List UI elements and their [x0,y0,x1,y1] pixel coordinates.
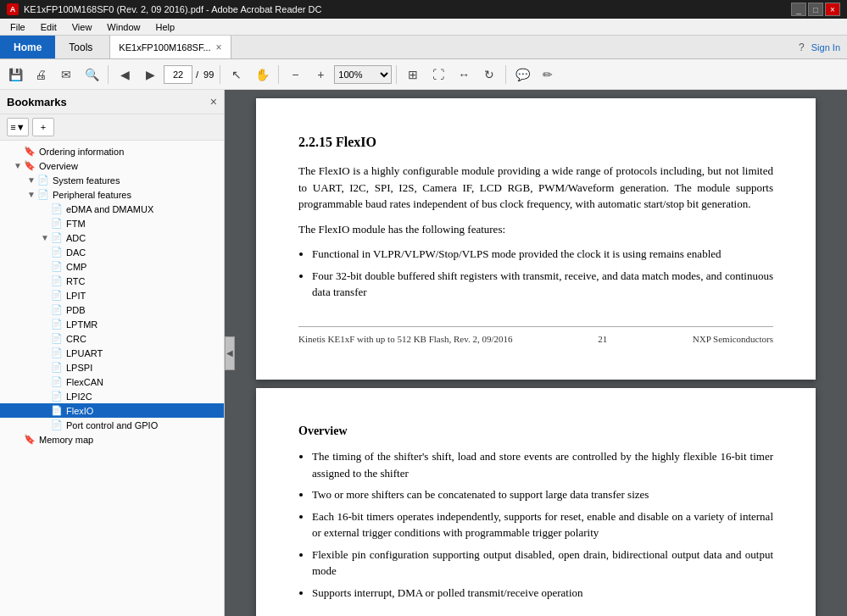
menu-bar: File Edit View Window Help [0,19,847,36]
sidebar-item-lpi2c[interactable]: 📄LPI2C [0,389,224,403]
pdf-scroll-area[interactable]: 2.2.15 FlexIO The FlexIO is a highly con… [225,90,847,616]
bookmark-icon-dac: 📄 [51,247,64,258]
footer-right: NXP Semiconductors [693,334,773,344]
bookmark-icon-ftm: 📄 [51,218,64,229]
sidebar-item-peripheral-features[interactable]: ▼📄Peripheral features [0,187,224,202]
menu-window[interactable]: Window [100,20,147,34]
sidebar-collapse-button[interactable]: ◀ [225,336,235,370]
menu-help[interactable]: Help [148,20,181,34]
sidebar-item-label-lpuart: LPUART [66,348,103,358]
zoom-out-button[interactable]: − [283,63,307,86]
hand-tool-button[interactable]: ✋ [250,63,274,86]
save-button[interactable]: 💾 [3,63,27,86]
sidebar-add-button[interactable]: + [32,118,54,136]
bookmark-icon-lpit: 📄 [51,290,64,301]
bookmark-icon-memory-map: 🔖 [24,434,37,445]
sidebar-item-dac[interactable]: 📄DAC [0,245,224,259]
email-button[interactable]: ✉ [54,63,78,86]
sidebar-item-port-control[interactable]: 📄Port control and GPIO [0,418,224,432]
sidebar-item-label-flexcan: FlexCAN [66,377,103,387]
sidebar-item-label-lpi2c: LPI2C [66,391,92,402]
section-name: FlexIO [336,135,376,149]
sidebar-item-ftm[interactable]: 📄FTM [0,216,224,230]
next-page-button[interactable]: ▶ [138,63,162,86]
feature-item-4: Two or more shifters can be concatenated… [312,486,773,503]
tab-tools[interactable]: Tools [55,36,106,58]
tab-home[interactable]: Home [0,36,55,58]
marquee-zoom-button[interactable]: ⊞ [401,63,425,86]
feature-item-7: Supports interrupt, DMA or polled transm… [312,585,773,602]
search-button[interactable]: 🔍 [80,63,103,86]
sidebar-item-crc[interactable]: 📄CRC [0,331,224,346]
sidebar-item-label-pdb: PDB [66,305,86,315]
total-pages: 99 [203,69,214,80]
page-footer: Kinetis KE1xF with up to 512 KB Flash, R… [298,326,773,347]
sidebar-item-flexio[interactable]: 📄FlexIO [0,403,224,418]
window-controls[interactable]: _ □ × [791,3,840,16]
bookmark-icon-overview: 🔖 [24,160,37,171]
fit-page-button[interactable]: ⛶ [426,63,450,86]
zoom-select[interactable]: 100% 75% 125% 150% [334,65,392,84]
print-button[interactable]: 🖨 [29,63,53,86]
bookmark-icon-rtc: 📄 [51,275,64,286]
toolbar-separator-2 [220,65,220,84]
tab-close-button[interactable]: × [216,42,222,53]
sidebar-item-overview[interactable]: ▼🔖Overview [0,158,224,173]
zoom-in-button[interactable]: + [309,63,332,86]
select-tool-button[interactable]: ↖ [225,63,248,86]
sidebar-item-ordering[interactable]: 🔖Ordering information [0,144,224,158]
fit-width-button[interactable]: ↔ [452,63,476,86]
page-separator: / [196,69,198,80]
page-number-input[interactable]: 22 [164,65,192,84]
sidebar-item-label-cmp: CMP [66,262,86,272]
help-icon[interactable]: ? [799,42,805,53]
maximize-button[interactable]: □ [808,3,823,16]
toolbar-separator-3 [278,65,279,84]
sidebar-item-pdb[interactable]: 📄PDB [0,302,224,317]
toolbar-separator-5 [505,65,506,84]
bookmark-icon-edma: 📄 [51,203,64,214]
sidebar-item-system-features[interactable]: ▼📄System features [0,173,224,187]
sidebar-item-cmp[interactable]: 📄CMP [0,259,224,274]
tab-document[interactable]: KE1xFP100M168SF... × [109,36,231,58]
toolbar: 💾 🖨 ✉ 🔍 ◀ ▶ 22 / 99 ↖ ✋ − + 100% 75% 125… [0,59,847,90]
menu-file[interactable]: File [3,20,32,34]
sidebar-expand-button[interactable]: ≡▼ [7,118,29,136]
sidebar-item-memory-map[interactable]: 🔖Memory map [0,432,224,447]
sidebar-item-label-crc: CRC [66,334,86,344]
title-bar: A KE1xFP100M168SF0 (Rev. 2, 09 2016).pdf… [0,0,847,19]
sidebar-item-label-overview: Overview [39,161,78,171]
sidebar-item-lpuart[interactable]: 📄LPUART [0,346,224,360]
minimize-button[interactable]: _ [791,3,806,16]
sidebar-close-button[interactable]: × [210,95,217,108]
menu-edit[interactable]: Edit [34,20,64,34]
pdf-page-2: Overview The timing of the shifter's shi… [256,388,816,616]
menu-view[interactable]: View [65,20,99,34]
feature-item-1: Functional in VLPR/VLPW/Stop/VLPS mode p… [312,246,773,263]
sidebar-item-lptmr[interactable]: 📄LPTMR [0,317,224,331]
comment-button[interactable]: 💬 [510,63,534,86]
bookmark-icon-lpspi: 📄 [51,362,64,373]
sidebar-item-adc[interactable]: ▼📄ADC [0,230,224,245]
app-icon: A [7,3,19,15]
prev-page-button[interactable]: ◀ [113,63,137,86]
bookmark-icon-peripheral-features: 📄 [37,189,51,200]
sidebar-item-flexcan[interactable]: 📄FlexCAN [0,375,224,389]
bookmark-icon-lptmr: 📄 [51,319,64,330]
sidebar-item-lpit[interactable]: 📄LPIT [0,288,224,302]
bookmark-icon-pdb: 📄 [51,304,64,315]
sidebar-item-lpspi[interactable]: 📄LPSPI [0,360,224,375]
rotate-button[interactable]: ↻ [477,63,501,86]
sign-in-link[interactable]: Sign In [811,42,840,53]
expand-icon-system-features: ▼ [27,175,37,185]
sidebar-item-label-lpit: LPIT [66,291,86,301]
sidebar-item-edma[interactable]: 📄eDMA and DMAMUX [0,202,224,216]
draw-button[interactable]: ✏ [536,63,560,86]
sidebar-item-rtc[interactable]: 📄RTC [0,274,224,288]
close-button[interactable]: × [825,3,840,16]
tab-home-label: Home [14,42,42,53]
expand-icon-peripheral-features: ▼ [27,190,37,199]
intro-paragraph-1: The FlexIO is a highly configurable modu… [298,163,773,213]
sidebar-item-label-system-features: System features [53,175,120,186]
sidebar-tree: 🔖Ordering information▼🔖Overview▼📄System … [0,141,224,616]
